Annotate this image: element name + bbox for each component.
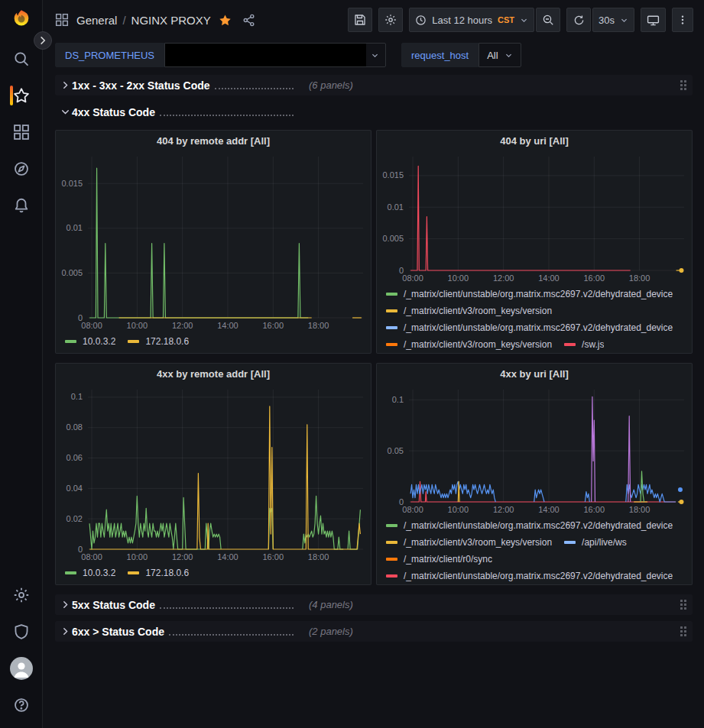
sidebar-item-dashboards[interactable] bbox=[0, 114, 43, 150]
zoom-out-time-button[interactable] bbox=[536, 8, 560, 32]
refresh-interval-label: 30s bbox=[599, 15, 615, 26]
svg-text:16:00: 16:00 bbox=[263, 321, 284, 330]
dashboard-grid-icon bbox=[55, 13, 69, 27]
search-icon bbox=[13, 50, 30, 67]
grafana-logo-icon[interactable] bbox=[11, 8, 32, 30]
time-series-canvas: 08:0010:0012:0014:0016:0018:0000.020.040… bbox=[56, 383, 371, 563]
favorite-star-icon[interactable] bbox=[219, 14, 232, 27]
series-line bbox=[303, 496, 343, 549]
legend-item[interactable]: /_matrix/client/v3/room_keys/version bbox=[386, 336, 552, 353]
row-header-6xx[interactable]: 6xx > Status Code (2 panels) bbox=[55, 621, 693, 642]
panel-404-by-uri: 404 by uri [All]08:0010:0012:0014:0016:0… bbox=[376, 130, 693, 354]
legend-swatch bbox=[386, 574, 397, 578]
row-drag-handle[interactable] bbox=[679, 598, 688, 611]
share-icon[interactable] bbox=[242, 14, 255, 27]
legend-swatch bbox=[386, 343, 397, 346]
legend-swatch bbox=[386, 524, 397, 527]
sidebar-item-profile[interactable] bbox=[0, 650, 43, 687]
svg-text:0.02: 0.02 bbox=[67, 514, 83, 523]
legend-item[interactable]: /_matrix/client/unstable/org.matrix.msc2… bbox=[386, 517, 673, 534]
chevron-right-icon bbox=[58, 600, 72, 609]
svg-text:16:00: 16:00 bbox=[263, 552, 284, 561]
svg-text:0.01: 0.01 bbox=[67, 223, 83, 232]
time-range-picker[interactable]: Last 12 hours CST bbox=[409, 8, 534, 32]
avatar bbox=[10, 657, 33, 680]
sidebar-item-explore[interactable] bbox=[0, 150, 43, 187]
series-line bbox=[458, 481, 459, 502]
legend-item[interactable]: 10.0.3.2 bbox=[65, 333, 115, 350]
legend-item[interactable]: /sw.js bbox=[564, 336, 604, 353]
timezone-label: CST bbox=[498, 15, 514, 24]
request-host-variable-picker[interactable]: All bbox=[479, 43, 521, 67]
dashboards-grid-icon bbox=[13, 124, 30, 141]
row-drag-handle[interactable] bbox=[679, 625, 688, 638]
legend-swatch bbox=[386, 558, 397, 561]
legend-item[interactable]: /_matrix/client/unstable/org.matrix.msc2… bbox=[386, 568, 673, 584]
panel-title[interactable]: 4xx by remote addr [All] bbox=[56, 364, 371, 383]
refresh-interval-picker[interactable]: 30s bbox=[592, 8, 634, 32]
panel-title[interactable]: 4xx by uri [All] bbox=[377, 364, 692, 383]
legend-item[interactable]: /_matrix/client/r0/sync bbox=[386, 551, 492, 568]
sidebar-item-starred[interactable] bbox=[0, 77, 43, 114]
sidebar-item-alerting[interactable] bbox=[0, 187, 43, 224]
legend-item[interactable]: /_matrix/client/v3/room_keys/version bbox=[386, 534, 552, 551]
series-point bbox=[678, 487, 683, 492]
legend-item[interactable]: 172.18.0.6 bbox=[128, 565, 189, 581]
legend-item[interactable]: 172.18.0.6 bbox=[128, 333, 189, 350]
row-header-1xx-3xx-2xx[interactable]: 1xx - 3xx - 2xx Status Code (6 panels) bbox=[55, 75, 693, 95]
legend-item[interactable]: /api/live/ws bbox=[564, 534, 627, 551]
row-dotted-leader bbox=[160, 115, 294, 116]
bell-icon bbox=[13, 197, 30, 214]
svg-text:12:00: 12:00 bbox=[172, 552, 193, 561]
legend-item[interactable]: /_matrix/client/unstable/org.matrix.msc2… bbox=[386, 319, 673, 336]
svg-text:08:00: 08:00 bbox=[81, 321, 102, 330]
svg-text:0.005: 0.005 bbox=[382, 234, 404, 243]
svg-text:0: 0 bbox=[78, 313, 83, 322]
panel-legend: /_matrix/client/unstable/org.matrix.msc2… bbox=[377, 284, 692, 354]
row-drag-handle[interactable] bbox=[679, 79, 688, 92]
legend-label: 10.0.3.2 bbox=[83, 565, 115, 581]
row-header-5xx[interactable]: 5xx Status Code (4 panels) bbox=[55, 594, 693, 615]
sidebar-item-server-admin[interactable] bbox=[0, 613, 43, 650]
breadcrumb: General / NGINX PROXY bbox=[76, 14, 211, 27]
tv-mode-button[interactable] bbox=[641, 8, 666, 32]
legend-swatch bbox=[386, 293, 397, 296]
time-series-chart[interactable]: 08:0010:0012:0014:0016:0018:0000.0050.01… bbox=[377, 150, 692, 284]
panel-title[interactable]: 404 by remote addr [All] bbox=[56, 131, 371, 150]
legend-swatch bbox=[128, 340, 139, 343]
page-title[interactable]: NGINX PROXY bbox=[131, 14, 211, 27]
legend-item[interactable]: /_matrix/client/v3/room_keys/version bbox=[386, 303, 552, 319]
sidebar-item-configuration[interactable] bbox=[0, 577, 43, 613]
legend-label: 172.18.0.6 bbox=[145, 565, 189, 581]
legend-label: /_matrix/client/r0/sync bbox=[404, 551, 492, 568]
save-dashboard-button[interactable] bbox=[348, 8, 372, 32]
legend-label: /_matrix/client/unstable/org.matrix.msc2… bbox=[404, 517, 673, 534]
shield-icon bbox=[13, 623, 30, 640]
panel-4xx-by-remote-addr: 4xx by remote addr [All]08:0010:0012:001… bbox=[55, 363, 371, 585]
chevron-down-icon bbox=[520, 16, 528, 24]
breadcrumb-folder[interactable]: General bbox=[76, 14, 117, 27]
dashboard-settings-button[interactable] bbox=[378, 8, 403, 32]
svg-text:10:00: 10:00 bbox=[448, 273, 469, 283]
row-panel-count: (6 panels) bbox=[309, 79, 353, 91]
series-point bbox=[679, 268, 683, 273]
time-series-chart[interactable]: 08:0010:0012:0014:0016:0018:0000.0050.01… bbox=[56, 150, 371, 332]
sidebar-expand-button[interactable] bbox=[34, 31, 52, 50]
legend-item[interactable]: 10.0.3.2 bbox=[65, 565, 115, 581]
datasource-variable-picker[interactable] bbox=[164, 43, 386, 67]
row-title: 1xx - 3xx - 2xx Status Code bbox=[72, 79, 210, 92]
row-dotted-leader bbox=[215, 88, 294, 89]
refresh-button[interactable] bbox=[566, 8, 591, 32]
panel-title[interactable]: 404 by uri [All] bbox=[377, 131, 692, 150]
time-series-chart[interactable]: 08:0010:0012:0014:0016:0018:0000.020.040… bbox=[56, 383, 371, 563]
legend-label: /_matrix/client/unstable/org.matrix.msc2… bbox=[404, 286, 673, 303]
kebab-menu-button[interactable] bbox=[672, 8, 693, 32]
sidebar-item-help[interactable] bbox=[0, 687, 43, 723]
legend-item[interactable]: /_matrix/client/unstable/org.matrix.msc2… bbox=[386, 286, 673, 303]
time-series-chart[interactable]: 08:0010:0012:0014:0016:0018:0000.050.1 bbox=[377, 383, 692, 516]
row-panel-count: (2 panels) bbox=[309, 626, 353, 637]
legend-label: /_matrix/client/unstable/org.matrix.msc2… bbox=[404, 319, 673, 336]
panels-grid: 404 by remote addr [All]08:0010:0012:001… bbox=[55, 130, 693, 585]
row-dotted-leader bbox=[160, 607, 294, 609]
row-header-4xx[interactable]: 4xx Status Code bbox=[55, 102, 693, 122]
